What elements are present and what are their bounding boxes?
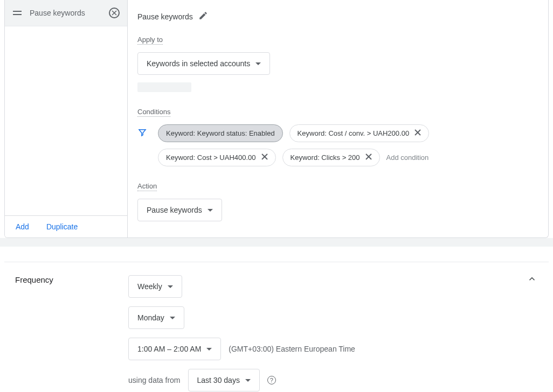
section-divider [0,238,553,247]
conditions-chips: Keyword: Keyword status: EnabledKeyword:… [158,124,538,166]
filter-icon [137,128,147,139]
frequency-day-value: Monday [137,313,164,322]
remove-chip-icon[interactable] [365,153,372,162]
collapse-icon[interactable] [527,274,537,285]
sidebar-body [5,26,127,215]
chevron-down-icon [168,285,173,288]
rule-title: Pause keywords [137,12,193,21]
condition-chip[interactable]: Keyword: Clicks > 200 [282,149,380,166]
condition-chip[interactable]: Keyword: Cost > UAH400.00 [158,149,276,166]
sidebar-footer: Add Duplicate [5,215,127,237]
action-dropdown[interactable]: Pause keywords [137,199,222,221]
action-value: Pause keywords [147,206,202,214]
action-label: Action [137,182,157,191]
condition-chip-label: Keyword: Cost > UAH400.00 [166,153,256,162]
frequency-period-value: Weekly [137,282,162,291]
close-icon[interactable] [109,8,120,18]
condition-chip-label: Keyword: Cost / conv. > UAH200.00 [298,129,410,137]
remove-chip-icon[interactable] [414,129,421,137]
condition-chip[interactable]: Keyword: Cost / conv. > UAH200.00 [289,124,430,142]
add-condition-button[interactable]: Add condition [386,153,429,162]
rule-sidebar: Pause keywords Add Duplicate [5,0,128,237]
edit-icon[interactable] [198,11,208,22]
frequency-label: Frequency [15,275,117,284]
timezone-text: (GMT+03:00) Eastern European Time [229,345,355,353]
chevron-down-icon [170,317,175,319]
apply-to-label: Apply to [137,36,163,45]
frequency-period-dropdown[interactable]: Weekly [128,275,182,298]
frequency-day-dropdown[interactable]: Monday [128,306,184,329]
apply-to-value: Keywords in selected accounts [147,59,250,68]
remove-chip-icon[interactable] [261,153,268,162]
action-section: Action Pause keywords [137,181,538,221]
redacted-placeholder [137,82,191,92]
frequency-time-dropdown[interactable]: 1:00 AM – 2:00 AM [128,338,221,360]
frequency-time-value: 1:00 AM – 2:00 AM [137,345,201,353]
condition-chip-label: Keyword: Clicks > 200 [291,153,360,162]
add-button[interactable]: Add [16,222,29,231]
frequency-controls: Weekly Monday 1:00 AM – 2:00 AM (GMT [128,275,538,391]
conditions-label: Conditions [137,108,170,117]
rule-title-row: Pause keywords [137,11,538,22]
help-icon[interactable]: ? [267,376,276,384]
condition-chip-label: Keyword: Keyword status: Enabled [166,129,275,137]
sidebar-title: Pause keywords [30,9,101,17]
chevron-down-icon [206,348,212,351]
data-from-dropdown[interactable]: Last 30 days [188,369,260,391]
apply-to-dropdown[interactable]: Keywords in selected accounts [137,52,270,75]
duplicate-button[interactable]: Duplicate [46,222,78,231]
data-from-label: using data from [128,376,181,384]
condition-chip[interactable]: Keyword: Keyword status: Enabled [158,124,283,142]
drag-handle-icon[interactable] [12,11,22,15]
chevron-down-icon [245,379,251,382]
apply-to-section: Apply to Keywords in selected accounts [137,35,538,92]
conditions-section: Conditions Keyword: Keyword status: Enab… [137,107,538,166]
chevron-down-icon [255,62,261,65]
rule-content: Pause keywords Apply to Keywords in sele… [128,0,548,237]
frequency-card: Frequency Weekly Monday 1:00 AM [4,262,549,392]
data-from-value: Last 30 days [197,376,240,384]
rule-card: Pause keywords Add Duplicate Pause keywo… [4,0,549,238]
sidebar-header: Pause keywords [5,0,127,26]
chevron-down-icon [208,209,213,212]
